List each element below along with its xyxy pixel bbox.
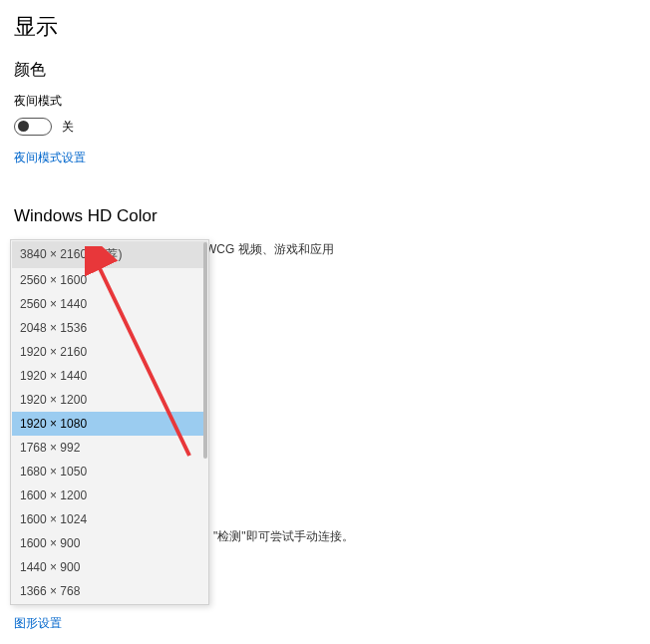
color-section-title: 颜色 — [14, 60, 636, 81]
scrollbar[interactable] — [203, 242, 207, 602]
detect-hint-text: "检测"即可尝试手动连接。 — [213, 528, 354, 545]
night-mode-toggle[interactable] — [14, 118, 52, 136]
graphics-settings-link[interactable]: 图形设置 — [14, 615, 86, 632]
resolution-option[interactable]: 2560 × 1600 — [12, 268, 207, 292]
page-title: 显示 — [14, 12, 636, 42]
resolution-option[interactable]: 1440 × 900 — [12, 555, 207, 579]
resolution-option[interactable]: 1920 × 1440 — [12, 364, 207, 388]
resolution-option[interactable]: 3840 × 2160 (推荐) — [12, 241, 207, 268]
resolution-option[interactable]: 1920 × 1080 — [12, 412, 207, 436]
resolution-option[interactable]: 1600 × 1200 — [12, 483, 207, 507]
resolution-option[interactable]: 1600 × 900 — [12, 531, 207, 555]
night-mode-settings-link[interactable]: 夜间模式设置 — [14, 150, 86, 166]
resolution-option[interactable]: 1600 × 1024 — [12, 507, 207, 531]
resolution-option[interactable]: 1920 × 2160 — [12, 340, 207, 364]
night-mode-toggle-row: 关 — [14, 118, 636, 136]
resolution-option[interactable]: 1366 × 768 — [12, 579, 207, 603]
resolution-option[interactable]: 1920 × 1200 — [12, 388, 207, 412]
scrollbar-thumb[interactable] — [203, 242, 207, 459]
resolution-option[interactable]: 2048 × 1536 — [12, 316, 207, 340]
night-mode-label: 夜间模式 — [14, 93, 636, 110]
resolution-dropdown[interactable]: 3840 × 2160 (推荐)2560 × 16002560 × 144020… — [10, 239, 209, 605]
resolution-option[interactable]: 1768 × 992 — [12, 436, 207, 460]
night-mode-toggle-state: 关 — [62, 119, 74, 136]
resolution-option[interactable]: 1680 × 1050 — [12, 460, 207, 483]
hdcolor-title: Windows HD Color — [14, 206, 636, 226]
resolution-option[interactable]: 2560 × 1440 — [12, 292, 207, 316]
